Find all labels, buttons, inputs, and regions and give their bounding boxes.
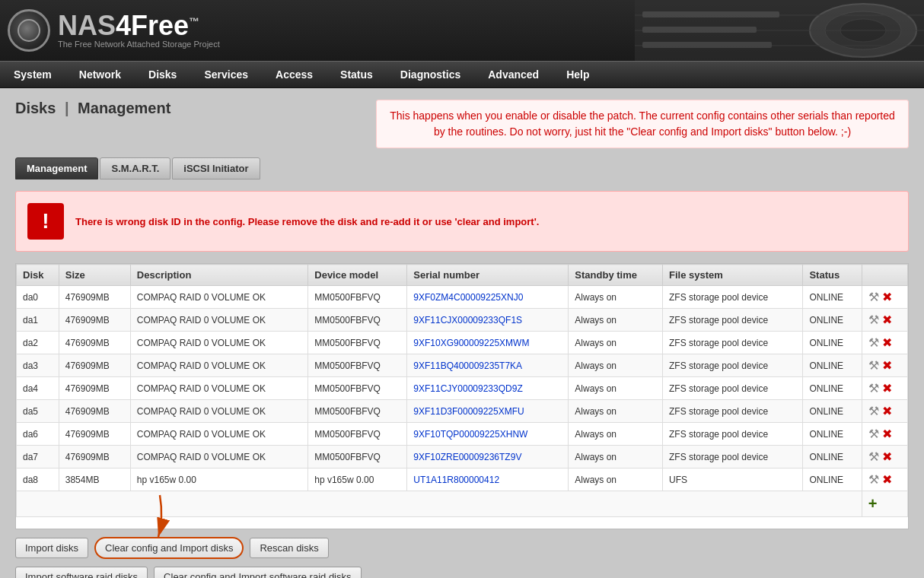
import-software-raid-button[interactable]: Import software raid disks (15, 567, 148, 578)
cell-serial: 9XF10XG900009225XMWM (407, 332, 569, 354)
table-row: da4476909MBCOMPAQ RAID 0 VOLUME OKMM0500… (17, 377, 908, 400)
buttons-row-1: Import disks Clear config and Import dis… (15, 537, 909, 559)
table-row: da1476909MBCOMPAQ RAID 0 VOLUME OKMM0500… (17, 309, 908, 332)
cell-device-model: hp v165w 0.00 (308, 468, 407, 491)
table-body: da0476909MBCOMPAQ RAID 0 VOLUME OKMM0500… (17, 286, 908, 517)
nav-disks[interactable]: Disks (135, 62, 190, 87)
tab-smart[interactable]: S.M.A.R.T. (100, 157, 170, 179)
tab-iscsi[interactable]: iSCSI Initiator (172, 157, 260, 179)
nav-services[interactable]: Services (190, 62, 262, 87)
cell-filesystem: ZFS storage pool device (662, 423, 802, 446)
serial-link[interactable]: 9XF11D3F00009225XMFU (413, 406, 524, 417)
action-icons: ⚒✖ (868, 290, 901, 304)
alert-box: ! There is wrong disk ID in the config. … (15, 191, 909, 252)
table-row: da2476909MBCOMPAQ RAID 0 VOLUME OKMM0500… (17, 332, 908, 354)
serial-link[interactable]: 9XF11CJY00009233QD9Z (413, 383, 522, 394)
cell-description: COMPAQ RAID 0 VOLUME OK (130, 286, 307, 309)
cell-actions: ⚒✖ (862, 354, 907, 377)
delete-icon[interactable]: ✖ (882, 404, 892, 418)
delete-icon[interactable]: ✖ (882, 358, 892, 373)
edit-icon[interactable]: ⚒ (868, 449, 879, 464)
tab-management[interactable]: Management (15, 157, 98, 179)
nav-access[interactable]: Access (262, 62, 327, 87)
exclamation-icon: ! (42, 209, 49, 233)
serial-link[interactable]: 9XF10TQP00009225XHNW (413, 429, 527, 440)
nav-diagnostics[interactable]: Diagnostics (387, 62, 474, 87)
col-standby: Standby time (569, 265, 663, 286)
cell-filesystem: UFS (662, 468, 802, 491)
cell-status: ONLINE (803, 377, 862, 400)
cell-standby: Always on (569, 309, 663, 332)
buttons-row-2: Import software raid disks Clear config … (15, 567, 909, 578)
cell-disk: da0 (17, 286, 59, 309)
delete-icon[interactable]: ✖ (882, 427, 892, 441)
logo-subtitle: The Free Network Attached Storage Projec… (58, 40, 220, 49)
serial-link[interactable]: 9XF10ZRE00009236TZ9V (413, 452, 521, 462)
delete-icon[interactable]: ✖ (882, 381, 892, 395)
import-disks-button[interactable]: Import disks (15, 538, 88, 558)
edit-icon[interactable]: ⚒ (868, 472, 879, 487)
serial-link[interactable]: 9XF11CJX00009233QF1S (413, 315, 522, 326)
edit-icon[interactable]: ⚒ (868, 290, 879, 304)
nav-advanced[interactable]: Advanced (474, 62, 553, 87)
edit-icon[interactable]: ⚒ (868, 381, 879, 395)
delete-icon[interactable]: ✖ (882, 290, 892, 304)
cell-standby: Always on (569, 400, 663, 423)
nav-system[interactable]: System (0, 62, 65, 87)
cell-device-model: MM0500FBFVQ (308, 446, 407, 468)
cell-description: COMPAQ RAID 0 VOLUME OK (130, 332, 307, 354)
table-row: da6476909MBCOMPAQ RAID 0 VOLUME OKMM0500… (17, 423, 908, 446)
svg-rect-8 (642, 27, 757, 33)
clear-config-button[interactable]: Clear config and Import disks (94, 537, 244, 559)
col-disk: Disk (17, 265, 59, 286)
cell-actions: ⚒✖ (862, 446, 907, 468)
cell-description: COMPAQ RAID 0 VOLUME OK (130, 446, 307, 468)
cell-serial: 9XF10TQP00009225XHNW (407, 423, 569, 446)
delete-icon[interactable]: ✖ (882, 449, 892, 464)
edit-icon[interactable]: ⚒ (868, 313, 879, 327)
cell-actions: ⚒✖ (862, 332, 907, 354)
cell-size: 476909MB (59, 423, 130, 446)
cell-status: ONLINE (803, 286, 862, 309)
svg-rect-7 (642, 11, 779, 17)
serial-link[interactable]: 9XF10XG900009225XMWM (413, 338, 529, 348)
edit-icon[interactable]: ⚒ (868, 427, 879, 441)
logo-icon (8, 9, 50, 52)
col-serial: Serial number (407, 265, 569, 286)
nav-network[interactable]: Network (65, 62, 135, 87)
cell-standby: Always on (569, 446, 663, 468)
edit-icon[interactable]: ⚒ (868, 404, 879, 418)
cell-standby: Always on (569, 354, 663, 377)
tabs-bar: Management S.M.A.R.T. iSCSI Initiator (15, 157, 909, 179)
alert-message: There is wrong disk ID in the config. Pl… (75, 216, 539, 227)
delete-icon[interactable]: ✖ (882, 313, 892, 327)
edit-icon[interactable]: ⚒ (868, 335, 879, 350)
cell-disk: da8 (17, 468, 59, 491)
cell-device-model: MM0500FBFVQ (308, 400, 407, 423)
title-row: Disks | Management This happens when you… (15, 100, 909, 148)
serial-link[interactable]: 9XF0ZM4C00009225XNJ0 (413, 292, 523, 303)
cell-device-model: MM0500FBFVQ (308, 286, 407, 309)
cell-serial: 9XF11D3F00009225XMFU (407, 400, 569, 423)
cell-disk: da1 (17, 309, 59, 332)
clear-software-raid-button[interactable]: Clear config and Import software raid di… (154, 567, 361, 578)
cell-actions: ⚒✖ (862, 468, 907, 491)
add-disk-icon[interactable]: + (868, 495, 878, 512)
notice-panel: This happens when you enable or disable … (376, 100, 909, 148)
col-status: Status (803, 265, 862, 286)
serial-link[interactable]: UT1A11R800000412 (413, 475, 499, 485)
nav-help[interactable]: Help (553, 62, 603, 87)
delete-icon[interactable]: ✖ (882, 472, 892, 487)
rescan-disks-button[interactable]: Rescan disks (250, 538, 328, 558)
cell-standby: Always on (569, 423, 663, 446)
nav-status[interactable]: Status (327, 62, 387, 87)
action-icons: ⚒✖ (868, 335, 901, 350)
edit-icon[interactable]: ⚒ (868, 358, 879, 373)
logo-title: NAS4Free™ (58, 12, 220, 40)
cell-description: COMPAQ RAID 0 VOLUME OK (130, 423, 307, 446)
delete-icon[interactable]: ✖ (882, 335, 892, 350)
serial-link[interactable]: 9XF11BQ400009235T7KA (413, 360, 522, 371)
col-actions (862, 265, 907, 286)
cell-size: 476909MB (59, 332, 130, 354)
action-icons: ⚒✖ (868, 313, 901, 327)
